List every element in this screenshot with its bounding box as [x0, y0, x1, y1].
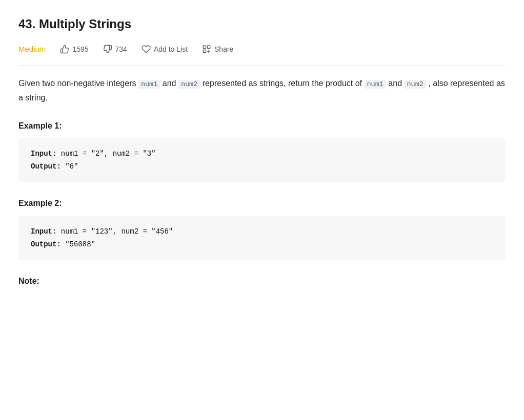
downvote-button[interactable]: 734: [103, 44, 127, 55]
example2-output-value: "56088": [61, 240, 95, 248]
example1-output-keyword: Output:: [31, 162, 61, 171]
example2-code-block: Input: num1 = "123", num2 = "456" Output…: [18, 216, 506, 260]
example1-input-keyword: Input:: [31, 150, 56, 158]
example2-input-keyword: Input:: [31, 227, 56, 236]
upvote-count: 1595: [72, 44, 88, 55]
num1-inline-code-2: num1: [365, 80, 386, 89]
description-text-4: and: [386, 79, 405, 88]
difficulty-badge: Medium: [18, 43, 46, 55]
note-title: Note:: [18, 275, 506, 288]
example1-title: Example 1:: [18, 119, 506, 133]
num2-inline-code-2: num2: [405, 80, 426, 89]
num1-inline-code-1: num1: [138, 80, 160, 89]
example1-input-value: num1 = "2", num2 = "3": [56, 150, 155, 158]
example1-input-line: Input: num1 = "2", num2 = "3": [31, 148, 493, 160]
description-text-3: represented as strings, return the produ…: [200, 79, 364, 88]
upvote-button[interactable]: 1595: [60, 44, 88, 55]
add-to-list-label: Add to List: [154, 44, 188, 55]
example1-output-line: Output: "6": [31, 160, 493, 173]
example1-output-value: "6": [61, 162, 78, 171]
example1-code-block: Input: num1 = "2", num2 = "3" Output: "6…: [18, 138, 506, 182]
downvote-count: 734: [115, 44, 127, 55]
svg-rect-2: [203, 50, 206, 53]
problem-description: Given two non-negative integers num1 and…: [18, 76, 506, 104]
example2-output-keyword: Output:: [31, 240, 61, 248]
meta-bar: Medium 1595 734 Add to List Share: [18, 43, 506, 66]
num2-inline-code-1: num2: [178, 80, 200, 89]
problem-title: 43. Multiply Strings: [18, 14, 506, 34]
heart-icon: [142, 45, 151, 54]
svg-rect-0: [203, 46, 206, 49]
share-icon: [202, 45, 211, 54]
share-label: Share: [214, 44, 233, 55]
description-text-2: and: [160, 79, 178, 88]
add-to-list-button[interactable]: Add to List: [142, 44, 188, 55]
example2-output-line: Output: "56088": [31, 238, 493, 251]
description-text-1: Given two non-negative integers: [18, 79, 138, 88]
example2-input-line: Input: num1 = "123", num2 = "456": [31, 225, 493, 238]
thumbs-up-icon: [60, 45, 69, 54]
example2-input-value: num1 = "123", num2 = "456": [56, 227, 173, 236]
example2-title: Example 2:: [18, 197, 506, 210]
thumbs-down-icon: [103, 45, 112, 54]
share-button[interactable]: Share: [202, 44, 233, 55]
svg-rect-1: [208, 46, 210, 49]
